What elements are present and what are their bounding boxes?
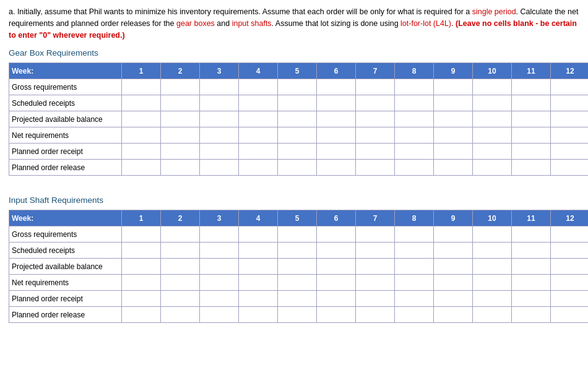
gearbox-col-3: 3 — [200, 63, 239, 79]
gearbox-gross-req-w1-input[interactable] — [124, 80, 158, 93]
gearbox-proj-avail-label: Projected available balance — [9, 111, 122, 127]
gearbox-col-12: 12 — [551, 63, 589, 79]
gearbox-gross-req-w1[interactable] — [122, 79, 161, 95]
gearbox-gross-req-w3[interactable] — [200, 79, 239, 95]
gearbox-col-1: 1 — [122, 63, 161, 79]
gearbox-gross-req-label: Gross requirements — [9, 79, 122, 95]
gearbox-gross-req-w5[interactable] — [278, 79, 317, 95]
inputshaft-proj-avail-label: Projected available balance — [9, 259, 122, 275]
gearbox-gross-req-w11[interactable] — [512, 79, 551, 95]
table-row: Gross requirements — [9, 226, 589, 243]
inputshaft-gross-req-label: Gross requirements — [9, 226, 122, 243]
table-row: Scheduled receipts — [9, 95, 589, 111]
gearbox-gross-req-w7[interactable] — [356, 79, 395, 95]
gearbox-section: Gear Box Requirements Week: 1 2 3 4 5 6 … — [9, 48, 579, 176]
gearbox-col-2: 2 — [161, 63, 200, 79]
table-row: Planned order receipt — [9, 291, 589, 307]
gearbox-col-10: 10 — [473, 63, 512, 79]
gearbox-col-9: 9 — [434, 63, 473, 79]
table-row: Planned order receipt — [9, 144, 589, 160]
gearbox-col-8: 8 — [395, 63, 434, 79]
gearbox-gross-req-w6[interactable] — [317, 79, 356, 95]
table-row: Gross requirements — [9, 79, 589, 95]
gearbox-col-6: 6 — [317, 63, 356, 79]
gearbox-gross-req-w12[interactable] — [551, 79, 589, 95]
table-row: Scheduled receipts — [9, 243, 589, 259]
inputshaft-sched-receipts-label: Scheduled receipts — [9, 243, 122, 259]
inputshaft-header-row: Week: 1 2 3 4 5 6 7 8 9 10 11 12 — [9, 210, 589, 226]
inputshaft-planned-receipt-label: Planned order receipt — [9, 291, 122, 307]
gearbox-gross-req-w9[interactable] — [434, 79, 473, 95]
table-row: Projected available balance — [9, 111, 589, 127]
table-row: Net requirements — [9, 127, 589, 144]
inputshaft-planned-release-label: Planned order release — [9, 307, 122, 323]
gearbox-gross-req-w10[interactable] — [473, 79, 512, 95]
table-row: Planned order release — [9, 160, 589, 176]
gearbox-week-label: Week: — [9, 63, 122, 79]
gearbox-gross-req-w2[interactable] — [161, 79, 200, 95]
gearbox-table: Week: 1 2 3 4 5 6 7 8 9 10 11 12 Gross r… — [9, 62, 588, 176]
inputshaft-week-label: Week: — [9, 210, 122, 226]
gearbox-net-req-label: Net requirements — [9, 127, 122, 144]
gearbox-col-5: 5 — [278, 63, 317, 79]
gearbox-planned-receipt-label: Planned order receipt — [9, 144, 122, 160]
gearbox-header-row: Week: 1 2 3 4 5 6 7 8 9 10 11 12 — [9, 63, 589, 79]
table-row: Projected available balance — [9, 259, 589, 275]
gearbox-col-4: 4 — [239, 63, 278, 79]
gearbox-col-11: 11 — [512, 63, 551, 79]
gearbox-title: Gear Box Requirements — [9, 48, 579, 58]
gearbox-gross-req-w4[interactable] — [239, 79, 278, 95]
inputshaft-title: Input Shaft Requirements — [9, 196, 579, 205]
inputshaft-section: Input Shaft Requirements Week: 1 2 3 4 5… — [9, 196, 579, 323]
gearbox-sched-receipts-label: Scheduled receipts — [9, 95, 122, 111]
gearbox-gross-req-w8[interactable] — [395, 79, 434, 95]
inputshaft-net-req-label: Net requirements — [9, 275, 122, 291]
table-row: Net requirements — [9, 275, 589, 291]
inputshaft-table: Week: 1 2 3 4 5 6 7 8 9 10 11 12 Gross r… — [9, 210, 588, 323]
table-row: Planned order release — [9, 307, 589, 323]
gearbox-planned-release-label: Planned order release — [9, 160, 122, 176]
gearbox-col-7: 7 — [356, 63, 395, 79]
intro-paragraph: a. Initially, assume that Phil wants to … — [9, 6, 579, 41]
